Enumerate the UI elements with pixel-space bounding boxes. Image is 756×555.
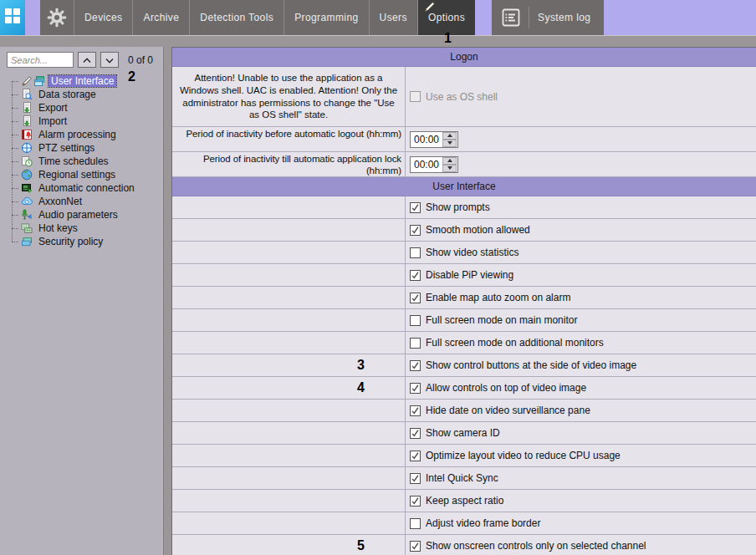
checkbox-hide-date-on-video-surveillance-pane[interactable] (410, 405, 421, 416)
search-prev-button[interactable] (78, 52, 96, 68)
globe-icon (21, 169, 33, 181)
checkbox-label: Adjust video frame border (426, 517, 540, 529)
option-row-left (172, 512, 406, 534)
logout-spin-up-button[interactable] (442, 132, 457, 140)
option-row-left: 5 (172, 535, 406, 555)
system-log-group[interactable]: System log (492, 0, 604, 35)
option-row: 4Allow controls on top of video image (172, 377, 756, 400)
checkbox-label: Allow controls on top of video image (426, 382, 586, 394)
sidebar-item-label: User Interface (49, 75, 116, 87)
option-row: Enable map auto zoom on alarm (172, 287, 756, 309)
checkbox-show-camera-id[interactable] (410, 428, 421, 439)
system-log-icon (502, 8, 520, 27)
checkbox-show-control-buttons-at-the-side-of-video-image[interactable] (410, 360, 421, 371)
sidebar-item-user-interface[interactable]: User Interface (0, 74, 163, 88)
toolbar-substrip (0, 35, 756, 47)
option-row: Optimize layout video to reduce CPU usag… (172, 445, 756, 467)
data-storage-icon (21, 89, 33, 100)
option-row-right: Allow controls on top of video image (406, 377, 756, 399)
sidebar-item-label: Audio parameters (36, 209, 120, 221)
app-grid-icon (4, 8, 21, 28)
sidebar-item-data-storage[interactable]: Data storage (0, 88, 163, 101)
option-row-left (172, 264, 406, 286)
sidebar-item-automatic-connection[interactable]: Automatic connection (0, 181, 163, 195)
logout-period-input[interactable] (411, 132, 442, 147)
option-row-left (172, 422, 406, 444)
sidebar-item-alarm-processing[interactable]: Alarm processing (0, 128, 163, 141)
tab-archive[interactable]: Archive (132, 0, 189, 35)
sidebar-item-label: Regional settings (36, 169, 118, 181)
option-row: Full screen mode on additional monitors (172, 332, 756, 354)
checkbox-disable-pip-viewing[interactable] (410, 270, 421, 281)
sidebar-item-hot-keys[interactable]: Hot keys (0, 221, 163, 235)
checkbox-intel-quick-sync[interactable] (410, 473, 421, 484)
option-row: Smooth motion allowed (172, 219, 756, 242)
audio-icon (21, 209, 33, 221)
checkbox-optimize-layout-video-to-reduce-cpu-usage[interactable] (410, 451, 421, 461)
lock-spin-down-button[interactable] (442, 165, 457, 172)
app-menu-button[interactable] (0, 0, 25, 35)
option-row: Hide date on video surveillance pane (172, 400, 756, 422)
chevron-up-icon (83, 53, 91, 66)
tab-devices[interactable]: Devices (74, 0, 132, 35)
checkbox-label: Enable map auto zoom on alarm (426, 292, 570, 303)
checkbox-label: Intel Quick Sync (426, 472, 498, 484)
annotation-5: 5 (357, 539, 365, 552)
system-log-button[interactable]: System log (538, 12, 590, 23)
sidebar-item-label: Hot keys (36, 222, 80, 234)
checkbox-enable-map-auto-zoom-on-alarm[interactable] (410, 293, 421, 303)
checkbox-full-screen-mode-on-additional-monitors[interactable] (410, 338, 421, 349)
logon-section-header: Logon (172, 48, 756, 67)
checkbox-label: Keep aspect ratio (426, 495, 503, 507)
ptz-icon (21, 142, 33, 154)
sidebar-item-label: Import (36, 115, 69, 127)
checkbox-allow-controls-on-top-of-video-image[interactable] (410, 383, 421, 394)
checkbox-label: Optimize layout video to reduce CPU usag… (426, 450, 621, 461)
checkbox-show-prompts[interactable] (410, 202, 421, 213)
checkbox-keep-aspect-ratio[interactable] (410, 496, 421, 507)
option-row: Show camera ID (172, 422, 756, 445)
logout-spin-down-button[interactable] (442, 140, 457, 147)
checkbox-smooth-motion-allowed[interactable] (410, 225, 421, 236)
checkbox-adjust-video-frame-border[interactable] (410, 518, 421, 529)
tree-connector (12, 201, 18, 202)
sidebar-item-label: Alarm processing (36, 129, 119, 140)
tree-connector (12, 108, 18, 109)
tab-programming[interactable]: Programming (284, 0, 368, 35)
toolbar-tab-group: DevicesArchiveDetection ToolsProgramming… (40, 0, 475, 35)
gear-icon[interactable] (40, 0, 74, 35)
search-input[interactable] (7, 52, 74, 68)
chevron-down-icon (105, 53, 114, 66)
settings-tree: User InterfaceData storageExportImportAl… (0, 74, 163, 248)
spin-down-icon (447, 141, 452, 145)
sidebar-item-audio-parameters[interactable]: Audio parameters (0, 208, 163, 221)
option-row-left (172, 467, 406, 489)
tree-connector (12, 121, 18, 122)
sidebar-item-axxonnet[interactable]: AxxonNet (0, 195, 163, 208)
annotation-1: 1 (444, 32, 452, 45)
os-shell-checkbox[interactable] (410, 91, 421, 102)
checkbox-show-onscreen-controls-only-on-selected-channel[interactable] (410, 541, 421, 552)
tab-users[interactable]: Users (369, 0, 417, 35)
lock-period-input[interactable] (411, 157, 442, 172)
sidebar-item-import[interactable]: Import (0, 115, 163, 128)
sidebar-item-time-schedules[interactable]: Time schedules (0, 155, 163, 168)
os-shell-attention-text: Attention! Unable to use the application… (172, 67, 406, 126)
toolbar-tabs: DevicesArchiveDetection ToolsProgramming… (74, 0, 475, 35)
checkbox-full-screen-mode-on-main-monitor[interactable] (410, 315, 421, 326)
annotation-3: 3 (357, 359, 365, 372)
sidebar-item-regional-settings[interactable]: Regional settings (0, 168, 163, 181)
splitter[interactable] (164, 47, 171, 555)
sidebar-item-ptz-settings[interactable]: PTZ settings (0, 141, 163, 155)
checkbox-label: Disable PiP viewing (426, 269, 513, 281)
sidebar-item-export[interactable]: Export (0, 101, 163, 115)
sidebar-item-security-policy[interactable]: Security policy (0, 235, 163, 248)
lock-spin-up-button[interactable] (442, 157, 457, 165)
search-next-button[interactable] (100, 52, 119, 68)
option-row: Full screen mode on main monitor (172, 309, 756, 332)
checkbox-show-video-statistics[interactable] (410, 247, 421, 258)
security-icon (21, 236, 33, 247)
checkbox-label: Full screen mode on main monitor (426, 314, 577, 326)
toolbar-separator (529, 7, 529, 28)
tab-detection-tools[interactable]: Detection Tools (189, 0, 284, 35)
